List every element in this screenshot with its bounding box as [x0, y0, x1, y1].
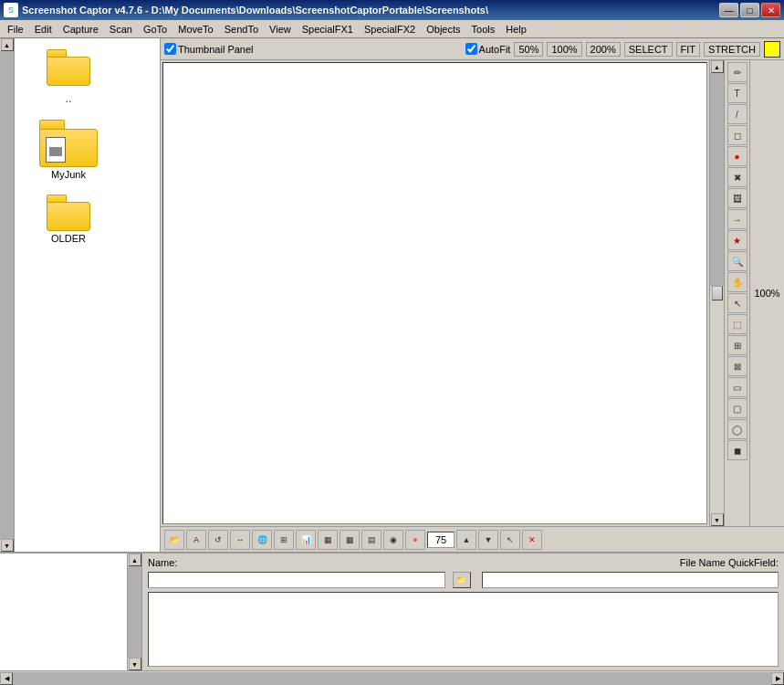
folder-myjunk[interactable]: MyJunk	[18, 116, 119, 184]
btm-pointer[interactable]: ↖	[500, 530, 520, 550]
select-btn[interactable]: SELECT	[624, 42, 673, 57]
tool-rect[interactable]: ▭	[727, 377, 747, 397]
menu-scan[interactable]: Scan	[104, 22, 138, 37]
app-icon: S	[4, 3, 18, 17]
tool-box[interactable]: ◼	[727, 440, 747, 460]
menu-help[interactable]: Help	[500, 22, 532, 37]
menu-objects[interactable]: Objects	[421, 22, 465, 37]
zoom-display: 75	[427, 532, 455, 548]
btm-open[interactable]: 📂	[164, 530, 184, 550]
btm-zoom-up[interactable]: ▲	[456, 530, 476, 550]
content-area: ▲ ▼ ..	[0, 38, 784, 552]
menu-view[interactable]: View	[264, 22, 297, 37]
minimize-button[interactable]: —	[719, 3, 738, 17]
zoom-percent: 100%	[749, 60, 784, 526]
canvas-content-row: ▲ ▼ ✏ T / ◻ ● ✖ 🖼 → ★	[161, 60, 784, 526]
folder-older[interactable]: OLDER	[18, 191, 119, 248]
folder-older-label: OLDER	[51, 233, 86, 244]
canvas-toolbar: Thumbnail Panel AutoFit 50% 100% 200% SE…	[161, 38, 784, 60]
tool-text[interactable]: T	[727, 83, 747, 103]
btm-text2[interactable]: A	[186, 530, 206, 550]
scroll-down-arrow[interactable]: ▼	[1, 539, 14, 552]
tool-select[interactable]: ↖	[727, 293, 747, 313]
notes-textarea[interactable]	[148, 592, 779, 667]
scroll-up-arrow[interactable]: ▲	[1, 38, 14, 51]
hscroll-track[interactable]	[13, 672, 771, 685]
stretch-btn[interactable]: STRETCH	[704, 42, 760, 57]
tool-pencil[interactable]: ✏	[727, 62, 747, 82]
tool-marquee[interactable]: ⬚	[727, 314, 747, 334]
maximize-button[interactable]: □	[740, 3, 759, 17]
thumbnail-panel-checkbox[interactable]: Thumbnail Panel	[164, 43, 254, 55]
title-text: Screenshot Captor v4.7.6 - D:\My Documen…	[22, 5, 717, 16]
name-browse-btn[interactable]: 📁	[453, 572, 471, 588]
menu-sendto[interactable]: SendTo	[219, 22, 264, 37]
main-layout: ▲ ▼ ..	[0, 38, 784, 685]
menu-edit[interactable]: Edit	[29, 22, 57, 37]
btm-color-picker[interactable]: ●	[405, 530, 425, 550]
tool-rounded-rect[interactable]: ▢	[727, 398, 747, 418]
zoom-200-label[interactable]: 200%	[586, 42, 621, 57]
btm-delete[interactable]: ✕	[522, 530, 542, 550]
fit-btn[interactable]: FIT	[676, 42, 701, 57]
title-bar: S Screenshot Captor v4.7.6 - D:\My Docum…	[0, 0, 784, 20]
bottom-vscroll-down[interactable]: ▼	[129, 658, 141, 670]
tool-ellipse[interactable]: ◯	[727, 419, 747, 439]
tool-stamp[interactable]: ★	[727, 230, 747, 250]
btm-web[interactable]: 🌐	[252, 530, 272, 550]
zoom-50-label[interactable]: 50%	[514, 42, 543, 57]
hscroll-left[interactable]: ◀	[0, 672, 13, 685]
bottom-vscroll-up[interactable]: ▲	[129, 553, 141, 566]
menu-file[interactable]: File	[2, 22, 29, 37]
notes-row	[148, 592, 779, 667]
tool-image[interactable]: 🖼	[727, 188, 747, 208]
folder-parent-icon	[47, 49, 90, 86]
canvas-white[interactable]	[162, 62, 707, 524]
name-label: Name:	[148, 557, 177, 568]
btm-chart[interactable]: 📊	[296, 530, 316, 550]
tool-line[interactable]: /	[727, 104, 747, 124]
tool-crop[interactable]: ⊠	[727, 356, 747, 376]
tool-cross[interactable]: ✖	[727, 167, 747, 187]
name-input[interactable]	[148, 572, 445, 588]
name-row: Name: File Name QuickField:	[148, 557, 779, 568]
tool-magnify[interactable]: 🔍	[727, 251, 747, 271]
btm-flip[interactable]: ↔	[230, 530, 250, 550]
menu-capture[interactable]: Capture	[57, 22, 104, 37]
autofit-checkbox[interactable]: AutoFit	[465, 43, 511, 55]
menu-specialfx2[interactable]: SpecialFX2	[359, 22, 421, 37]
menu-moveto[interactable]: MoveTo	[172, 22, 219, 37]
quickfield-input[interactable]	[482, 572, 779, 588]
quickfield-label: File Name QuickField:	[680, 557, 779, 568]
file-panel: .. MyJunk	[15, 38, 161, 552]
right-toolbar: ✏ T / ◻ ● ✖ 🖼 → ★ 🔍 ✋ ↖ ⬚ ⊞ ⊠ ▭ ▢	[724, 60, 749, 526]
menu-specialfx1[interactable]: SpecialFX1	[297, 22, 359, 37]
color-square[interactable]	[764, 41, 780, 58]
menu-goto[interactable]: GoTo	[138, 22, 172, 37]
tool-eraser[interactable]: ◻	[727, 125, 747, 145]
preview-panel	[0, 553, 128, 670]
hscroll-right[interactable]: ▶	[771, 672, 784, 685]
canvas-scroll-down[interactable]: ▼	[711, 513, 724, 526]
btm-rotate[interactable]: ↺	[208, 530, 228, 550]
btm-fx2[interactable]: ▩	[340, 530, 360, 550]
btm-fx3[interactable]: ▤	[361, 530, 382, 550]
tool-color[interactable]: ●	[727, 146, 747, 166]
canvas-vscroll-thumb[interactable]	[712, 286, 723, 300]
bottom-panels: ▲ ▼ Name: File Name QuickField: 📁	[0, 552, 784, 670]
menu-tools[interactable]: Tools	[466, 22, 501, 37]
folder-parent[interactable]: ..	[18, 46, 119, 109]
tool-resize-select[interactable]: ⊞	[727, 335, 747, 355]
btm-fx1[interactable]: ▦	[318, 530, 338, 550]
folder-parent-label: ..	[65, 91, 71, 105]
btm-grid[interactable]: ⊞	[274, 530, 294, 550]
btm-fx4[interactable]: ◉	[383, 530, 403, 550]
zoom-100-label[interactable]: 100%	[547, 42, 581, 57]
btm-zoom-down[interactable]: ▼	[478, 530, 498, 550]
tool-arrow[interactable]: →	[727, 209, 747, 229]
canvas-scroll-up[interactable]: ▲	[711, 60, 724, 73]
folder-myjunk-label: MyJunk	[51, 169, 86, 180]
tool-hand[interactable]: ✋	[727, 272, 747, 292]
close-button[interactable]: ✕	[761, 3, 780, 17]
info-panel: Name: File Name QuickField: 📁	[142, 553, 784, 670]
